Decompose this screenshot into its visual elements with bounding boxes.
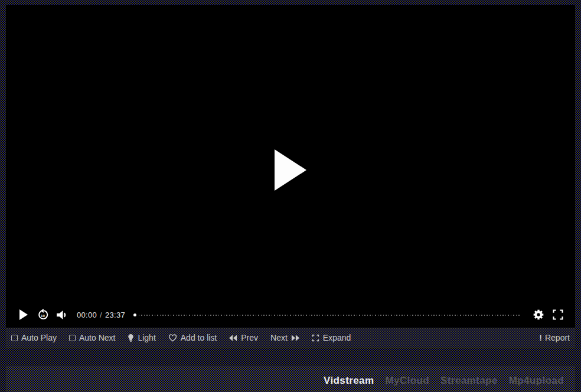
toolbar-item-label: Auto Next	[79, 333, 115, 342]
toolbar-item-label: Next	[270, 333, 288, 342]
player-controls: 10 00:00/23:37	[6, 302, 575, 328]
report-label: Report	[545, 333, 570, 342]
heart-icon	[168, 334, 177, 342]
gear-icon	[533, 309, 544, 321]
server-tab-mp4upload[interactable]: Mp4upload	[509, 375, 564, 387]
expand-icon	[312, 334, 319, 342]
progress-track	[139, 315, 521, 316]
play-icon	[19, 309, 28, 320]
double-right-icon	[291, 335, 299, 341]
svg-text:10: 10	[41, 313, 45, 317]
time-display: 00:00/23:37	[77, 311, 125, 319]
checkbox-icon	[11, 335, 18, 341]
rewind-10-button[interactable]: 10	[35, 306, 50, 323]
toolbar-item-label: Prev	[241, 333, 258, 342]
checkbox-icon	[69, 335, 76, 341]
volume-button[interactable]	[55, 306, 69, 323]
toolbar-item-prev[interactable]: Prev	[229, 333, 258, 342]
progress-bar[interactable]	[133, 311, 521, 319]
toolbar-item-label: Add to list	[181, 333, 217, 342]
toolbar-item-auto-next[interactable]: Auto Next	[69, 333, 115, 342]
background-gap	[6, 348, 575, 366]
settings-button[interactable]	[531, 306, 546, 323]
fullscreen-icon	[552, 309, 564, 321]
report-button[interactable]: ! Report	[539, 333, 570, 342]
big-play-icon[interactable]	[275, 149, 306, 191]
toolbar-item-add-to-list[interactable]: Add to list	[168, 333, 217, 342]
volume-icon	[56, 310, 68, 320]
time-separator: /	[97, 311, 105, 319]
server-tab-streamtape[interactable]: Streamtape	[440, 375, 498, 387]
server-tab-vidstream[interactable]: Vidstream	[324, 375, 374, 387]
duration: 23:37	[105, 311, 125, 319]
double-left-icon	[229, 335, 237, 341]
current-time: 00:00	[77, 311, 97, 319]
toolbar-item-label: Auto Play	[21, 333, 57, 342]
lightbulb-icon	[128, 334, 134, 342]
fullscreen-button[interactable]	[551, 306, 565, 323]
playhead[interactable]	[133, 313, 136, 316]
server-bar: Vidstream MyCloud Streamtape Mp4upload	[6, 366, 575, 392]
page: 10 00:00/23:37	[0, 0, 581, 392]
server-tab-mycloud[interactable]: MyCloud	[385, 375, 429, 387]
video-player[interactable]: 10 00:00/23:37	[6, 5, 575, 328]
play-button[interactable]	[16, 306, 30, 323]
toolbar-item-expand[interactable]: Expand	[312, 333, 351, 342]
toolbar-item-label: Expand	[323, 333, 351, 342]
player-toolbar: Auto Play Auto Next Light Add to l	[6, 328, 575, 348]
rewind-10-icon: 10	[37, 309, 49, 321]
toolbar-item-auto-play[interactable]: Auto Play	[11, 333, 57, 342]
toolbar-item-light[interactable]: Light	[128, 333, 155, 342]
exclamation-icon: !	[539, 333, 542, 342]
toolbar-item-label: Light	[138, 333, 155, 342]
toolbar-item-next[interactable]: Next	[270, 333, 299, 342]
